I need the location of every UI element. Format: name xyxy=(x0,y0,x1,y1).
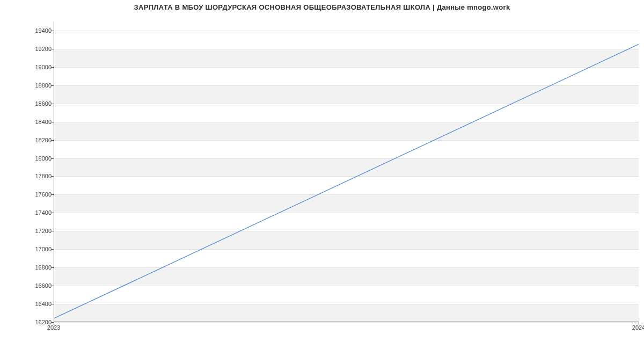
y-tick-mark xyxy=(51,140,54,141)
y-tick-label: 19000 xyxy=(19,64,52,70)
x-tick-mark xyxy=(639,322,639,325)
y-tick-mark xyxy=(51,158,54,159)
y-tick-label: 18000 xyxy=(19,155,52,162)
y-tick-label: 18600 xyxy=(19,100,52,107)
y-tick-label: 19400 xyxy=(19,27,52,34)
chart-container: ЗАРПЛАТА В МБОУ ШОРДУРСКАЯ ОСНОВНАЯ ОБЩЕ… xyxy=(0,0,644,349)
y-tick-label: 18400 xyxy=(19,119,52,125)
y-tick-label: 16400 xyxy=(19,301,52,307)
y-tick-mark xyxy=(51,286,54,286)
y-tick-label: 17600 xyxy=(19,191,52,198)
chart-title: ЗАРПЛАТА В МБОУ ШОРДУРСКАЯ ОСНОВНАЯ ОБЩЕ… xyxy=(0,3,644,11)
y-tick-mark xyxy=(51,31,54,31)
y-tick-label: 17800 xyxy=(19,173,52,179)
y-tick-mark xyxy=(51,194,54,195)
y-tick-label: 17200 xyxy=(19,228,52,234)
y-tick-label: 16800 xyxy=(19,264,52,271)
y-tick-label: 16600 xyxy=(19,282,52,289)
y-tick-label: 18200 xyxy=(19,137,52,143)
y-tick-mark xyxy=(51,267,54,268)
y-tick-mark xyxy=(51,85,54,86)
y-tick-mark xyxy=(51,176,54,177)
series-line-salary xyxy=(54,44,639,318)
y-tick-label: 18800 xyxy=(19,82,52,89)
y-tick-label: 17000 xyxy=(19,246,52,252)
y-tick-label: 17400 xyxy=(19,209,52,216)
y-tick-label: 19200 xyxy=(19,46,52,52)
x-tick-label: 2024 xyxy=(632,324,644,331)
x-tick-mark xyxy=(54,322,54,325)
plot-area xyxy=(54,21,639,322)
y-tick-mark xyxy=(51,304,54,304)
y-tick-mark xyxy=(51,213,54,213)
y-tick-mark xyxy=(51,67,54,68)
y-tick-mark xyxy=(51,49,54,49)
grid-line xyxy=(54,322,639,323)
y-tick-mark xyxy=(51,104,54,104)
y-tick-mark xyxy=(51,231,54,231)
x-tick-label: 2023 xyxy=(47,324,60,331)
y-tick-mark xyxy=(51,249,54,250)
y-tick-mark xyxy=(51,122,54,122)
series-layer xyxy=(54,21,639,322)
